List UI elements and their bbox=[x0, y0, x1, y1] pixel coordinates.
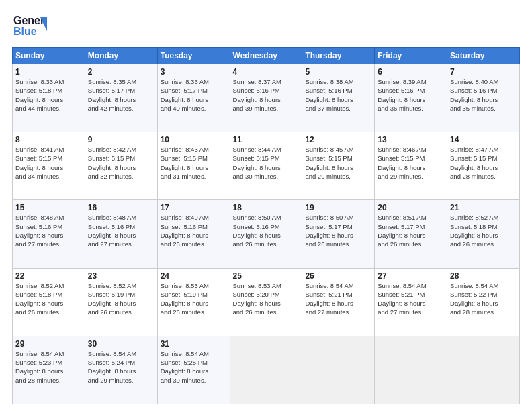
day-number: 31 bbox=[161, 339, 227, 349]
day-number: 11 bbox=[233, 135, 300, 144]
col-header-wednesday: Wednesday bbox=[230, 48, 302, 64]
calendar-cell: 3Sunrise: 8:36 AM Sunset: 5:17 PM Daylig… bbox=[157, 64, 230, 132]
col-header-saturday: Saturday bbox=[447, 48, 520, 64]
calendar-cell: 25Sunrise: 8:53 AM Sunset: 5:20 PM Dayli… bbox=[230, 268, 302, 336]
day-info: Sunrise: 8:52 AM Sunset: 5:18 PM Dayligh… bbox=[15, 281, 82, 317]
day-info: Sunrise: 8:51 AM Sunset: 5:17 PM Dayligh… bbox=[378, 213, 444, 248]
calendar-cell: 21Sunrise: 8:52 AM Sunset: 5:18 PM Dayli… bbox=[447, 200, 520, 268]
day-info: Sunrise: 8:54 AM Sunset: 5:21 PM Dayligh… bbox=[378, 281, 444, 317]
day-number: 7 bbox=[450, 67, 517, 77]
calendar-table: SundayMondayTuesdayWednesdayThursdayFrid… bbox=[12, 47, 520, 404]
day-info: Sunrise: 8:46 AM Sunset: 5:15 PM Dayligh… bbox=[378, 145, 444, 181]
day-number: 1 bbox=[15, 67, 82, 77]
calendar-cell: 13Sunrise: 8:46 AM Sunset: 5:15 PM Dayli… bbox=[375, 132, 447, 200]
day-number: 3 bbox=[161, 67, 227, 77]
day-number: 23 bbox=[88, 271, 154, 281]
day-info: Sunrise: 8:52 AM Sunset: 5:18 PM Dayligh… bbox=[450, 213, 517, 248]
calendar-cell: 18Sunrise: 8:50 AM Sunset: 5:16 PM Dayli… bbox=[230, 200, 302, 268]
day-number: 8 bbox=[15, 135, 82, 144]
day-number: 15 bbox=[15, 203, 82, 212]
day-number: 12 bbox=[305, 135, 371, 144]
calendar-cell bbox=[375, 336, 447, 404]
calendar-cell: 6Sunrise: 8:39 AM Sunset: 5:16 PM Daylig… bbox=[375, 64, 447, 132]
day-number: 19 bbox=[305, 203, 371, 212]
day-info: Sunrise: 8:48 AM Sunset: 5:16 PM Dayligh… bbox=[88, 213, 154, 248]
calendar-cell bbox=[447, 336, 520, 404]
header: General Blue bbox=[12, 12, 520, 42]
calendar-week-4: 22Sunrise: 8:52 AM Sunset: 5:18 PM Dayli… bbox=[13, 268, 520, 336]
calendar-cell: 17Sunrise: 8:49 AM Sunset: 5:16 PM Dayli… bbox=[157, 200, 230, 268]
calendar-cell bbox=[302, 336, 375, 404]
calendar-cell: 8Sunrise: 8:41 AM Sunset: 5:15 PM Daylig… bbox=[13, 132, 85, 200]
calendar-cell: 11Sunrise: 8:44 AM Sunset: 5:15 PM Dayli… bbox=[230, 132, 302, 200]
day-info: Sunrise: 8:52 AM Sunset: 5:19 PM Dayligh… bbox=[88, 281, 154, 317]
calendar-cell: 28Sunrise: 8:54 AM Sunset: 5:22 PM Dayli… bbox=[447, 268, 520, 336]
calendar-cell: 30Sunrise: 8:54 AM Sunset: 5:24 PM Dayli… bbox=[85, 336, 157, 404]
calendar-cell: 22Sunrise: 8:52 AM Sunset: 5:18 PM Dayli… bbox=[13, 268, 85, 336]
page: General Blue SundayMondayTuesdayWednesda… bbox=[0, 0, 532, 411]
calendar-cell: 19Sunrise: 8:50 AM Sunset: 5:17 PM Dayli… bbox=[302, 200, 375, 268]
day-number: 2 bbox=[88, 67, 154, 77]
calendar-cell: 31Sunrise: 8:54 AM Sunset: 5:25 PM Dayli… bbox=[157, 336, 230, 404]
day-number: 16 bbox=[88, 203, 154, 212]
day-number: 26 bbox=[305, 271, 371, 281]
calendar-cell: 23Sunrise: 8:52 AM Sunset: 5:19 PM Dayli… bbox=[85, 268, 157, 336]
calendar-cell: 15Sunrise: 8:48 AM Sunset: 5:16 PM Dayli… bbox=[13, 200, 85, 268]
calendar-cell: 1Sunrise: 8:33 AM Sunset: 5:18 PM Daylig… bbox=[13, 64, 85, 132]
day-info: Sunrise: 8:50 AM Sunset: 5:16 PM Dayligh… bbox=[233, 213, 300, 248]
day-info: Sunrise: 8:44 AM Sunset: 5:15 PM Dayligh… bbox=[233, 145, 300, 181]
calendar-header-row: SundayMondayTuesdayWednesdayThursdayFrid… bbox=[13, 48, 520, 64]
svg-text:Blue: Blue bbox=[13, 26, 37, 37]
day-info: Sunrise: 8:40 AM Sunset: 5:16 PM Dayligh… bbox=[450, 77, 517, 113]
day-info: Sunrise: 8:54 AM Sunset: 5:21 PM Dayligh… bbox=[305, 281, 371, 317]
calendar-cell: 16Sunrise: 8:48 AM Sunset: 5:16 PM Dayli… bbox=[85, 200, 157, 268]
day-number: 18 bbox=[233, 203, 300, 212]
calendar-cell: 29Sunrise: 8:54 AM Sunset: 5:23 PM Dayli… bbox=[13, 336, 85, 404]
day-info: Sunrise: 8:54 AM Sunset: 5:25 PM Dayligh… bbox=[161, 349, 227, 385]
day-number: 10 bbox=[161, 135, 227, 144]
day-info: Sunrise: 8:50 AM Sunset: 5:17 PM Dayligh… bbox=[305, 213, 371, 248]
day-info: Sunrise: 8:38 AM Sunset: 5:16 PM Dayligh… bbox=[305, 77, 371, 113]
day-info: Sunrise: 8:35 AM Sunset: 5:17 PM Dayligh… bbox=[88, 77, 154, 113]
day-info: Sunrise: 8:54 AM Sunset: 5:23 PM Dayligh… bbox=[15, 349, 82, 385]
day-info: Sunrise: 8:41 AM Sunset: 5:15 PM Dayligh… bbox=[15, 145, 82, 181]
logo-icon: General Blue bbox=[12, 12, 47, 42]
col-header-sunday: Sunday bbox=[13, 48, 85, 64]
day-number: 28 bbox=[450, 271, 517, 281]
day-number: 29 bbox=[15, 339, 82, 349]
calendar-cell: 5Sunrise: 8:38 AM Sunset: 5:16 PM Daylig… bbox=[302, 64, 375, 132]
day-info: Sunrise: 8:33 AM Sunset: 5:18 PM Dayligh… bbox=[15, 77, 82, 113]
day-info: Sunrise: 8:49 AM Sunset: 5:16 PM Dayligh… bbox=[161, 213, 227, 248]
day-number: 13 bbox=[378, 135, 444, 144]
day-number: 25 bbox=[233, 271, 300, 281]
calendar-cell: 2Sunrise: 8:35 AM Sunset: 5:17 PM Daylig… bbox=[85, 64, 157, 132]
day-number: 24 bbox=[161, 271, 227, 281]
calendar-cell: 7Sunrise: 8:40 AM Sunset: 5:16 PM Daylig… bbox=[447, 64, 520, 132]
col-header-thursday: Thursday bbox=[302, 48, 375, 64]
calendar-week-1: 1Sunrise: 8:33 AM Sunset: 5:18 PM Daylig… bbox=[13, 64, 520, 132]
day-number: 5 bbox=[305, 67, 371, 77]
calendar-cell: 9Sunrise: 8:42 AM Sunset: 5:15 PM Daylig… bbox=[85, 132, 157, 200]
calendar-cell: 12Sunrise: 8:45 AM Sunset: 5:15 PM Dayli… bbox=[302, 132, 375, 200]
day-info: Sunrise: 8:39 AM Sunset: 5:16 PM Dayligh… bbox=[378, 77, 444, 113]
calendar-cell bbox=[230, 336, 302, 404]
calendar-cell: 4Sunrise: 8:37 AM Sunset: 5:16 PM Daylig… bbox=[230, 64, 302, 132]
day-info: Sunrise: 8:48 AM Sunset: 5:16 PM Dayligh… bbox=[15, 213, 82, 248]
day-number: 9 bbox=[88, 135, 154, 144]
calendar-cell: 14Sunrise: 8:47 AM Sunset: 5:15 PM Dayli… bbox=[447, 132, 520, 200]
calendar-week-2: 8Sunrise: 8:41 AM Sunset: 5:15 PM Daylig… bbox=[13, 132, 520, 200]
calendar-cell: 20Sunrise: 8:51 AM Sunset: 5:17 PM Dayli… bbox=[375, 200, 447, 268]
day-number: 17 bbox=[161, 203, 227, 212]
day-info: Sunrise: 8:42 AM Sunset: 5:15 PM Dayligh… bbox=[88, 145, 154, 181]
day-number: 30 bbox=[88, 339, 154, 349]
calendar-cell: 10Sunrise: 8:43 AM Sunset: 5:15 PM Dayli… bbox=[157, 132, 230, 200]
calendar-cell: 26Sunrise: 8:54 AM Sunset: 5:21 PM Dayli… bbox=[302, 268, 375, 336]
calendar-week-3: 15Sunrise: 8:48 AM Sunset: 5:16 PM Dayli… bbox=[13, 200, 520, 268]
calendar-cell: 27Sunrise: 8:54 AM Sunset: 5:21 PM Dayli… bbox=[375, 268, 447, 336]
day-number: 27 bbox=[378, 271, 444, 281]
logo: General Blue bbox=[12, 12, 47, 42]
col-header-tuesday: Tuesday bbox=[157, 48, 230, 64]
day-info: Sunrise: 8:43 AM Sunset: 5:15 PM Dayligh… bbox=[161, 145, 227, 181]
col-header-monday: Monday bbox=[85, 48, 157, 64]
day-info: Sunrise: 8:54 AM Sunset: 5:24 PM Dayligh… bbox=[88, 349, 154, 385]
